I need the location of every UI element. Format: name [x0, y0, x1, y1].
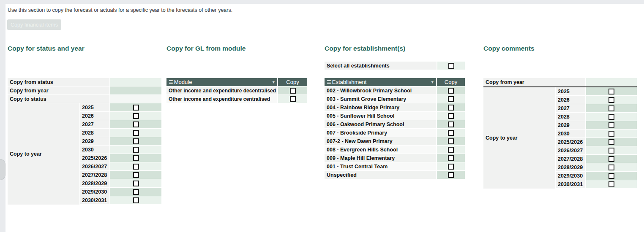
comments-year-row: 2027 [556, 104, 637, 113]
status-year-year-checkbox[interactable] [133, 155, 139, 161]
copy-from-status-value[interactable] [110, 78, 161, 86]
comments-year-checkbox[interactable] [609, 173, 614, 179]
establishment-copy-checkbox[interactable] [448, 155, 454, 161]
chevron-down-icon[interactable]: ▾ [431, 80, 434, 84]
copy-from-year-value[interactable] [110, 86, 161, 95]
status-year-section-title: Copy for status and year [8, 44, 85, 53]
comments-year-checkbox[interactable] [609, 105, 614, 111]
year-label: 2027 [80, 120, 109, 129]
copy-financial-items-button[interactable]: Copy financial items [7, 19, 61, 30]
establishment-copy-cell [437, 120, 465, 129]
status-year-year-cell [110, 103, 161, 112]
year-label: 2028/2029 [80, 179, 109, 188]
year-label: 2030/2031 [80, 196, 109, 205]
status-year-year-row: 2028 [80, 129, 161, 137]
establishment-copy-checkbox[interactable] [448, 164, 454, 170]
status-year-year-checkbox[interactable] [133, 138, 139, 144]
menu-icon: ☰ [169, 80, 173, 85]
comments-year-checkbox[interactable] [609, 122, 614, 128]
comments-year-checkbox[interactable] [609, 181, 614, 187]
chevron-down-icon[interactable]: ▾ [272, 80, 275, 84]
comments-year-checkbox[interactable] [609, 97, 614, 103]
comments-year-checkbox[interactable] [609, 89, 614, 94]
comments-year-checkbox[interactable] [609, 148, 614, 154]
table-row: Copy from year [483, 78, 637, 86]
year-label: 2025/2026 [556, 138, 585, 146]
establishment-label: 003 - Summit Grove Elementary [325, 95, 436, 103]
establishment-copy-checkbox[interactable] [448, 96, 454, 102]
comments-year-cell [586, 129, 637, 138]
comments-year-cell [586, 96, 637, 104]
establishment-row: 008 - Evergreen Hills School [325, 146, 465, 154]
establishment-copy-cell [437, 112, 465, 120]
establishment-row: Unspecified [325, 171, 465, 179]
copy-to-year-label: Copy to year [8, 103, 79, 205]
select-all-checkbox[interactable] [448, 63, 454, 69]
status-year-year-checkbox[interactable] [133, 121, 139, 127]
establishment-copy-checkbox[interactable] [448, 105, 454, 111]
comments-copy-from-year-value[interactable] [586, 78, 637, 86]
establishment-copy-cell [437, 86, 465, 95]
select-all-cell [437, 62, 465, 70]
year-label: 2029 [80, 137, 109, 146]
comments-year-checkbox[interactable] [609, 114, 614, 120]
status-year-year-row: 2027/2028 [80, 171, 161, 179]
establishment-row: 004 - Rainbow Ridge Primary [325, 103, 465, 112]
establishment-copy-checkbox[interactable] [448, 121, 454, 127]
copy-to-status-value[interactable] [110, 95, 161, 103]
establishment-copy-checkbox[interactable] [448, 130, 454, 136]
status-year-year-checkbox[interactable] [133, 130, 139, 136]
establishment-copy-checkbox[interactable] [448, 113, 454, 119]
status-year-year-row: 2025 [80, 103, 161, 112]
comments-year-row: 2025/2026 [556, 138, 637, 146]
module-copy-header: Copy [278, 78, 307, 86]
establishment-copy-checkbox[interactable] [448, 88, 454, 94]
establishment-copy-checkbox[interactable] [448, 172, 454, 178]
status-year-year-checkbox[interactable] [133, 197, 139, 203]
status-year-year-row: 2026/2027 [80, 162, 161, 171]
module-copy-checkbox[interactable] [290, 96, 296, 102]
status-year-year-cell [110, 129, 161, 137]
module-label: Other income and expenditure centralised [166, 95, 277, 103]
establishment-header-label: Establishment [332, 79, 367, 85]
establishment-copy-checkbox[interactable] [448, 147, 454, 153]
comments-copy-from-year-label: Copy from year [483, 78, 585, 86]
establishment-copy-checkbox[interactable] [448, 138, 454, 144]
establishment-label: 008 - Evergreen Hills School [325, 146, 436, 154]
establishment-column-header[interactable]: ☰ Establishment ▾ [325, 78, 436, 86]
comments-year-cell [586, 163, 637, 172]
establishment-copy-header: Copy [437, 78, 465, 86]
side-panel-handle[interactable] [0, 159, 5, 180]
establishment-copy-cell [437, 103, 465, 112]
status-year-year-checkbox[interactable] [133, 189, 139, 195]
comments-year-cell [586, 146, 637, 155]
status-year-year-row: 2028/2029 [80, 179, 161, 188]
comments-year-row: 2029 [556, 121, 637, 129]
status-year-year-checkbox[interactable] [133, 172, 139, 178]
status-year-year-checkbox[interactable] [133, 147, 139, 153]
module-copy-checkbox[interactable] [290, 88, 296, 94]
table-header-row: ☰ Establishment ▾ Copy [325, 78, 465, 86]
status-year-year-checkbox[interactable] [133, 181, 139, 186]
gl-module-section-title: Copy for GL from module [166, 44, 246, 53]
comments-year-checkbox[interactable] [609, 156, 614, 162]
comments-year-row: 2030 [556, 129, 637, 138]
status-year-year-row: 2029/2030 [80, 188, 161, 196]
comments-table: Copy from year Copy to year 202520262027… [483, 78, 637, 189]
comments-year-checkbox[interactable] [609, 131, 614, 137]
status-year-year-checkbox[interactable] [133, 105, 139, 111]
establishment-label: 005 - Sunflower Hill School [325, 112, 436, 120]
status-year-year-checkbox[interactable] [133, 113, 139, 119]
status-year-year-cell [110, 171, 161, 179]
status-year-year-checkbox[interactable] [133, 164, 139, 170]
comments-year-checkbox[interactable] [609, 139, 614, 145]
comments-year-row: 2029/2030 [556, 172, 637, 180]
establishment-label: 006 - Oakwood Primary School [325, 120, 436, 129]
establishment-row: 005 - Sunflower Hill School [325, 112, 465, 120]
comments-year-checkbox[interactable] [609, 165, 614, 170]
establishment-copy-cell [437, 171, 465, 179]
comments-year-cell [586, 121, 637, 129]
table-row: Copy to status [8, 95, 161, 103]
module-column-header[interactable]: ☰ Module ▾ [166, 78, 277, 86]
establishment-copy-cell [437, 129, 465, 137]
